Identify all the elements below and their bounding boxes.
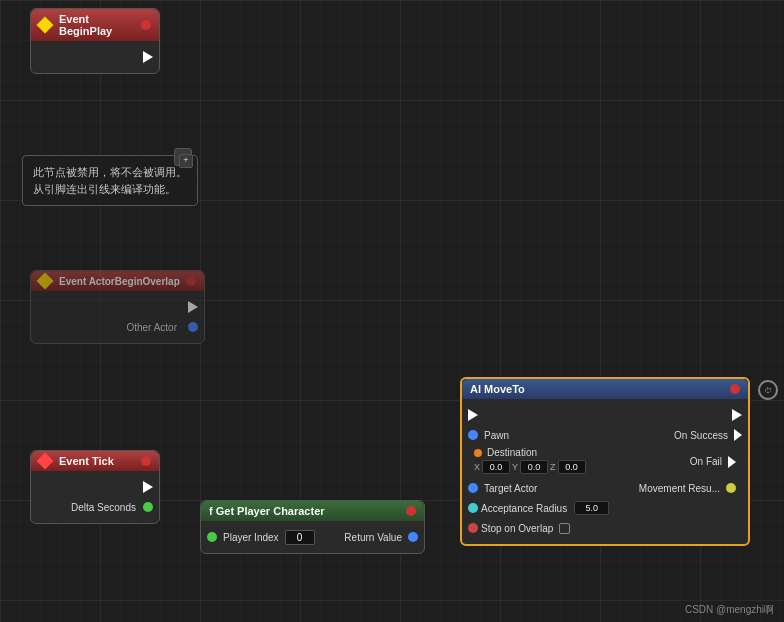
pawn-dot (468, 430, 478, 440)
acceptance-radius-input[interactable] (574, 501, 609, 515)
timestamp-icon: ⏱ (758, 380, 778, 400)
movementresult-dot (726, 483, 736, 493)
actoroverlap-body: Other Actor (31, 291, 204, 343)
getplayer-title: f Get Player Character (209, 505, 325, 517)
tick-body: Delta Seconds (31, 471, 159, 523)
aimoveto-body: Pawn On Success Destination X Y Z (462, 399, 748, 544)
getplayer-body: Player Index Return Value (201, 521, 424, 553)
targetactor-pin: Target Actor (468, 483, 540, 494)
tick-delta-pin: Delta Seconds (31, 497, 159, 517)
event-icon-tick (37, 453, 54, 470)
return-value-group: Return Value (341, 532, 418, 543)
player-index-dot (207, 532, 217, 542)
event-beginplay-node: Event BeginPlay (30, 8, 160, 74)
destination-group: Destination X Y Z (468, 447, 592, 476)
actoroverlap-header: Event ActorBeginOverlap (31, 271, 204, 291)
y-input[interactable] (520, 460, 548, 474)
plus-icon: + (183, 154, 188, 168)
actoroverlap-close-button[interactable] (186, 276, 196, 286)
exec-out-triangle (732, 409, 742, 421)
pawn-pin: Pawn (468, 430, 512, 441)
actoroverlap-otheractor-pin: Other Actor (31, 317, 204, 337)
exec-triangle-tick (143, 481, 153, 493)
event-icon (37, 17, 54, 34)
aimoveto-exec-pins (462, 405, 748, 425)
acceptance-radius-dot (468, 503, 478, 513)
xyz-row: X Y Z (468, 458, 592, 476)
movementresult-pin: Movement Resu... (636, 483, 742, 494)
destination-dot (474, 449, 482, 457)
beginplay-close-button[interactable] (141, 20, 151, 30)
exec-triangle-overlap (188, 301, 198, 313)
ai-moveto-node: AI MoveTo Pawn On Success Destinatio (460, 377, 750, 546)
exec-in-triangle (468, 409, 478, 421)
getplayer-header: f Get Player Character (201, 501, 424, 521)
getplayer-close-button[interactable] (406, 506, 416, 516)
stop-on-overlap-dot (468, 523, 478, 533)
event-actoroverlap-node: Event ActorBeginOverlap Other Actor (30, 270, 205, 344)
event-icon-overlap (37, 273, 54, 290)
onfail-triangle (728, 456, 736, 468)
event-tick-node: Event Tick Delta Seconds (30, 450, 160, 524)
acceptance-radius-row: Acceptance Radius (462, 498, 748, 518)
aimoveto-header: AI MoveTo (462, 379, 748, 399)
stop-on-overlap-row: Stop on Overlap (462, 518, 748, 538)
tick-close-button[interactable] (141, 456, 151, 466)
onsuccess-pin: On Success (671, 429, 742, 441)
tick-header: Event Tick (31, 451, 159, 471)
z-input[interactable] (558, 460, 586, 474)
disabled-note-text: 此节点被禁用，将不会被调用。 从引脚连出引线来编译功能。 (33, 166, 187, 195)
beginplay-exec-out-pin (31, 47, 159, 67)
clock-symbol: ⏱ (764, 386, 772, 395)
exec-out-triangle (143, 51, 153, 63)
tick-exec-out (31, 477, 159, 497)
aimoveto-close-button[interactable] (730, 384, 740, 394)
beginplay-header: Event BeginPlay (31, 9, 159, 41)
get-player-character-node: f Get Player Character Player Index Retu… (200, 500, 425, 554)
delta-seconds-dot (143, 502, 153, 512)
stop-on-overlap-checkbox[interactable] (559, 523, 570, 534)
targetactor-movementresult-row: Target Actor Movement Resu... (462, 478, 748, 498)
onfail-pin: On Fail (687, 456, 742, 468)
actoroverlap-exec-out (31, 297, 204, 317)
beginplay-body (31, 41, 159, 73)
return-value-dot (408, 532, 418, 542)
actoroverlap-title: Event ActorBeginOverlap (59, 276, 180, 287)
player-index-group: Player Index (207, 530, 315, 545)
beginplay-title: Event BeginPlay (59, 13, 137, 37)
destination-onfail-row: Destination X Y Z On Fail (462, 445, 748, 478)
onsuccess-triangle (734, 429, 742, 441)
disabled-note: 此节点被禁用，将不会被调用。 从引脚连出引线来编译功能。 + (22, 155, 198, 206)
x-input[interactable] (482, 460, 510, 474)
player-index-input[interactable] (285, 530, 315, 545)
watermark: CSDN @mengzhi啊 (685, 603, 774, 617)
aimoveto-title: AI MoveTo (470, 383, 525, 395)
getplayer-pins: Player Index Return Value (201, 527, 424, 547)
pawn-onsuccess-row: Pawn On Success (462, 425, 748, 445)
targetactor-dot (468, 483, 478, 493)
tick-title: Event Tick (59, 455, 114, 467)
other-actor-dot (188, 322, 198, 332)
